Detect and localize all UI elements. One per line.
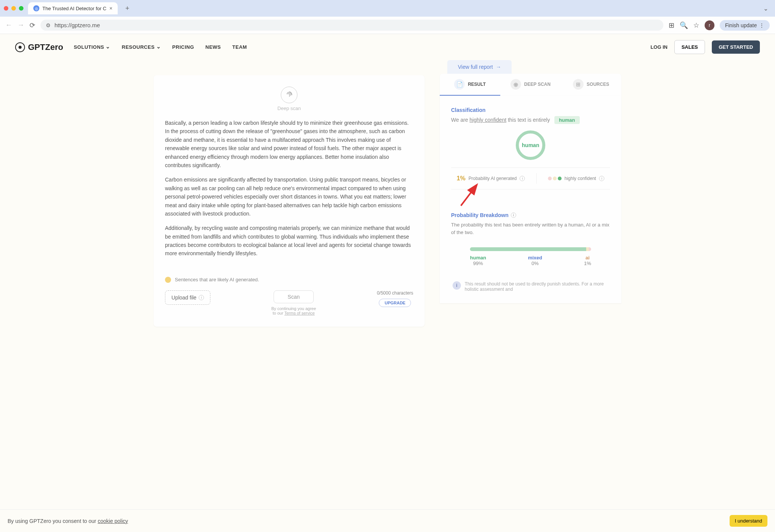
tab-bar: ◎ The Trusted AI Detector for C × + ⌄: [0, 0, 775, 17]
classification-title: Classification: [451, 107, 610, 113]
deep-scan-header: Deep scan: [165, 87, 413, 111]
main-content: Deep scan Basically, a person leading a …: [139, 60, 636, 334]
paragraph-3: Additionally, by recycling waste and com…: [165, 224, 413, 258]
nav-links: SOLUTIONS RESOURCES PRICING NEWS TEAM: [74, 44, 247, 50]
logo[interactable]: GPTZero: [15, 42, 63, 52]
sources-icon: ⊞: [573, 79, 584, 90]
info-icon[interactable]: i: [599, 176, 604, 181]
finish-update-button[interactable]: Finish update ⋮: [720, 20, 770, 31]
breakdown-desc: The probability this text has been entir…: [451, 221, 610, 236]
tab-sources[interactable]: ⊞ SOURCES: [561, 74, 621, 96]
stat-confidence: highly confident i: [548, 176, 604, 181]
legend: Sentences that are likely AI generated.: [165, 277, 413, 283]
favicon-icon: ◎: [33, 5, 39, 11]
paragraph-2: Carbon emissions are significantly affec…: [165, 175, 413, 218]
url-bar: ← → ⟳ ⚙ https://gptzero.me ⊞ 🔍 ☆ r Finis…: [0, 17, 775, 34]
kebab-icon: ⋮: [759, 22, 764, 28]
bookmark-icon[interactable]: ☆: [693, 21, 699, 29]
breakdown-mixed: mixed 0%: [528, 255, 542, 266]
classification-text: We are highly confident this text is ent…: [451, 117, 610, 123]
scan-section: Scan By continuing you agree to our Term…: [271, 290, 316, 315]
browser-chrome: ◎ The Trusted AI Detector for C × + ⌄ ← …: [0, 0, 775, 34]
tab-title: The Trusted AI Detector for C: [42, 6, 106, 11]
deep-scan-label: Deep scan: [165, 105, 413, 111]
url-text: https://gptzero.me: [54, 22, 100, 28]
nav-solutions[interactable]: SOLUTIONS: [74, 44, 110, 50]
back-button[interactable]: ←: [5, 21, 12, 29]
upload-file-button[interactable]: Upload file i: [165, 290, 210, 305]
results-panel: View full report → 📄 RESULT ◉ DEEP SCAN …: [440, 60, 621, 327]
nav-pricing[interactable]: PRICING: [172, 44, 194, 50]
bottom-controls: Upload file i Scan By continuing you agr…: [165, 290, 413, 315]
stat-ai-probability: 1% Probability AI generated i: [457, 175, 525, 182]
tabs-dropdown-button[interactable]: ⌄: [760, 3, 771, 14]
close-window-button[interactable]: [4, 6, 8, 11]
char-count-section: 0/5000 characters UPGRADE: [377, 290, 413, 307]
breakdown-ai: ai 1%: [584, 255, 591, 266]
char-count: 0/5000 characters: [377, 290, 413, 296]
logo-icon: [15, 42, 25, 52]
fingerprint-icon: ◉: [510, 79, 521, 90]
sales-button[interactable]: SALES: [674, 40, 705, 54]
info-icon[interactable]: i: [520, 176, 525, 181]
arrow-right-icon: →: [496, 64, 501, 70]
info-icon: i: [199, 295, 204, 300]
document-icon: 📄: [454, 79, 465, 90]
legend-text: Sentences that are likely AI generated.: [175, 277, 259, 282]
site-header: GPTZero SOLUTIONS RESOURCES PRICING NEWS…: [0, 34, 775, 60]
info-badge-icon: i: [453, 281, 461, 290]
view-full-report-button[interactable]: View full report →: [447, 60, 512, 74]
reload-button[interactable]: ⟳: [30, 21, 35, 29]
new-tab-button[interactable]: +: [122, 5, 132, 12]
breakdown-human: human 99%: [470, 255, 486, 266]
text-content[interactable]: Basically, a person leading a low carbon…: [165, 119, 413, 258]
classification-gauge: human: [516, 130, 545, 160]
result-body: Classification We are highly confident t…: [440, 96, 621, 303]
login-link[interactable]: LOG IN: [651, 44, 668, 50]
url-actions: ⊞ 🔍 ☆ r Finish update ⋮: [669, 20, 770, 31]
human-badge: human: [554, 116, 580, 124]
nav-team[interactable]: TEAM: [232, 44, 247, 50]
breakdown-labels: human 99% mixed 0% ai 1%: [451, 255, 610, 266]
tab-result[interactable]: 📄 RESULT: [440, 74, 500, 96]
translate-icon[interactable]: ⊞: [669, 21, 674, 29]
get-started-button[interactable]: GET STARTED: [712, 40, 760, 54]
upgrade-button[interactable]: UPGRADE: [379, 299, 411, 307]
profile-avatar[interactable]: r: [705, 20, 714, 30]
header-right: LOG IN SALES GET STARTED: [651, 40, 760, 54]
confidence-dots-icon: [548, 177, 562, 180]
annotation-arrow-icon: [458, 182, 481, 210]
input-panel: Deep scan Basically, a person leading a …: [154, 75, 425, 327]
divider: [536, 173, 537, 184]
close-tab-button[interactable]: ×: [109, 5, 112, 11]
gauge-wrap: human: [451, 130, 610, 160]
highly-confident-text: highly confident: [470, 117, 506, 123]
fingerprint-icon: [281, 87, 297, 103]
maximize-window-button[interactable]: [19, 6, 23, 11]
info-icon[interactable]: i: [511, 212, 516, 218]
legend-dot-icon: [165, 277, 171, 283]
scan-button[interactable]: Scan: [274, 290, 314, 303]
nav-news[interactable]: NEWS: [205, 44, 221, 50]
paragraph-1: Basically, a person leading a low carbon…: [165, 119, 413, 169]
traffic-lights: [4, 6, 23, 11]
breakdown-title: Probability Breakdown i: [451, 212, 610, 218]
zoom-icon[interactable]: 🔍: [680, 21, 688, 29]
nav-resources[interactable]: RESOURCES: [122, 44, 161, 50]
site-settings-icon[interactable]: ⚙: [46, 22, 51, 28]
terms-link[interactable]: Terms of service: [285, 311, 315, 315]
tab-deep-scan[interactable]: ◉ DEEP SCAN: [500, 74, 561, 96]
forward-button[interactable]: →: [17, 21, 24, 29]
breakdown-bar: [470, 247, 591, 251]
disclaimer: i This result should not be used to dire…: [451, 281, 610, 292]
terms-text: By continuing you agree to our Terms of …: [271, 306, 316, 315]
ai-pct-value: 1%: [457, 175, 465, 182]
minimize-window-button[interactable]: [11, 6, 16, 11]
address-bar[interactable]: ⚙ https://gptzero.me: [40, 20, 663, 31]
svg-line-1: [461, 187, 475, 206]
result-tabs: 📄 RESULT ◉ DEEP SCAN ⊞ SOURCES: [440, 74, 621, 96]
stats-row: 1% Probability AI generated i highly con…: [451, 168, 610, 189]
browser-tab[interactable]: ◎ The Trusted AI Detector for C ×: [28, 2, 118, 14]
